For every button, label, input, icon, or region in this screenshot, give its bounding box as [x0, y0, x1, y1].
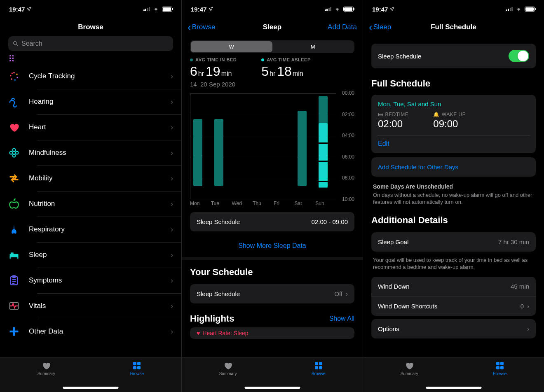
- bedtime-value: 02:00: [378, 118, 408, 130]
- nutrition-row[interactable]: Nutrition ›: [0, 191, 181, 217]
- dot-icon: [261, 58, 264, 61]
- screen-sleep: 19:47 ‹Browse Sleep Add Data W M AVG TIM…: [181, 0, 363, 392]
- symptoms-icon: [8, 275, 29, 286]
- chevron-right-icon: ›: [171, 149, 173, 157]
- respiratory-row[interactable]: Respiratory ›: [0, 217, 181, 242]
- date-range: 14–20 Sep 2020: [182, 80, 363, 92]
- chevron-right-icon: ›: [171, 251, 173, 259]
- home-indicator[interactable]: [244, 387, 300, 389]
- battery-icon: [343, 7, 354, 12]
- symptoms-row[interactable]: Symptoms ›: [0, 268, 181, 293]
- sleep-row[interactable]: Sleep ›: [0, 242, 181, 268]
- tab-summary[interactable]: Summary: [219, 361, 237, 376]
- page-title: Browse: [0, 23, 181, 31]
- tab-browse[interactable]: Browse: [493, 361, 506, 376]
- cycle-tracking-row[interactable]: Cycle Tracking ›: [0, 63, 181, 89]
- highlights-title: Highlights: [190, 313, 234, 324]
- svg-point-6: [12, 72, 13, 74]
- home-indicator[interactable]: [63, 387, 119, 389]
- chevron-left-icon: ‹: [188, 22, 191, 33]
- show-all-link[interactable]: Show All: [329, 315, 354, 322]
- full-schedule-title: Full Schedule: [363, 72, 544, 92]
- screen-full-schedule: 19:47 ‹Sleep Full Schedule Sleep Schedul…: [363, 0, 544, 392]
- search-icon: [12, 40, 19, 47]
- svg-point-4: [11, 78, 12, 80]
- time-span-segmented[interactable]: W M: [190, 40, 354, 53]
- additional-details-title: Additional Details: [363, 208, 544, 229]
- screen-browse: 19:47 Browse Search ⠿ Cycle Tracking: [0, 0, 181, 392]
- mobility-icon: [8, 173, 29, 184]
- sleep-schedule-toggle[interactable]: [509, 50, 529, 62]
- chevron-right-icon: ›: [346, 290, 348, 297]
- svg-point-11: [16, 152, 19, 154]
- browse-list: Cycle Tracking › Hearing › Heart ›: [0, 63, 181, 344]
- list-item-partial[interactable]: ⠿: [0, 55, 181, 63]
- sleep-goal-row[interactable]: Sleep Goal7 hr 30 min: [371, 232, 536, 252]
- segment-week[interactable]: W: [191, 41, 272, 52]
- tab-bar: Summary Browse: [182, 357, 363, 392]
- schedule-card[interactable]: Mon, Tue, Sat and Sun 🛏BEDTIME 02:00 🔔WA…: [371, 95, 536, 153]
- wifi-icon: [152, 7, 159, 12]
- schedule-row[interactable]: Sleep Schedule Off›: [190, 284, 354, 303]
- tab-browse[interactable]: Browse: [312, 361, 325, 376]
- sleep-icon: [8, 249, 29, 261]
- back-button[interactable]: ‹Browse: [188, 22, 215, 33]
- back-button[interactable]: ‹Sleep: [369, 22, 391, 33]
- bell-icon: 🔔: [433, 112, 440, 117]
- segment-month[interactable]: M: [272, 41, 354, 52]
- hearing-row[interactable]: Hearing ›: [0, 89, 181, 114]
- add-data-button[interactable]: Add Data: [328, 23, 357, 31]
- wind-down-row[interactable]: Wind Down45 min: [371, 277, 536, 296]
- heart-row[interactable]: Heart ›: [0, 114, 181, 140]
- mindfulness-row[interactable]: Mindfulness ›: [0, 140, 181, 166]
- tab-summary[interactable]: Summary: [38, 361, 55, 376]
- battery-icon: [162, 7, 172, 12]
- status-time: 19:47: [9, 6, 25, 13]
- wind-down-shortcuts-row[interactable]: Wind Down Shortcuts 0›: [371, 296, 536, 316]
- add-schedule-button[interactable]: Add Schedule for Other Days: [371, 157, 536, 177]
- chevron-right-icon: ›: [171, 302, 173, 310]
- search-input[interactable]: Search: [8, 36, 173, 51]
- chevron-right-icon: ›: [171, 276, 173, 285]
- svg-rect-24: [133, 362, 136, 365]
- vitals-row[interactable]: Vitals ›: [0, 293, 181, 319]
- svg-rect-27: [137, 366, 141, 369]
- hearing-icon: [8, 96, 29, 107]
- svg-point-3: [14, 79, 16, 81]
- location-icon: [389, 7, 394, 12]
- mobility-row[interactable]: Mobility ›: [0, 166, 181, 191]
- status-icons: [143, 7, 173, 12]
- heart-tab-icon: [41, 361, 52, 371]
- location-icon: [208, 7, 213, 12]
- tab-summary[interactable]: Summary: [401, 361, 418, 376]
- svg-rect-13: [10, 257, 11, 259]
- sleep-chart[interactable]: 00:0002:0004:0006:0008:0010:00 MonTueWed…: [190, 93, 354, 209]
- wifi-icon: [334, 7, 341, 12]
- edit-link[interactable]: Edit: [378, 140, 529, 147]
- unscheduled-text: On days without a schedule, no wake-up a…: [363, 190, 544, 208]
- other-data-row[interactable]: Other Data ›: [0, 319, 181, 344]
- options-row[interactable]: Options›: [371, 319, 536, 338]
- vitals-icon: [8, 300, 29, 312]
- chevron-right-icon: ›: [171, 200, 173, 208]
- signal-icon: [506, 7, 513, 11]
- svg-rect-15: [11, 252, 14, 254]
- highlight-card[interactable]: ♥Heart Rate: Sleep: [190, 327, 354, 339]
- svg-rect-34: [496, 366, 499, 369]
- x-axis-labels: MonTueWedThuFriSatSun: [190, 201, 336, 209]
- svg-rect-23: [10, 331, 19, 333]
- tab-bar: Summary Browse: [363, 357, 544, 392]
- svg-rect-31: [319, 366, 322, 369]
- mindfulness-icon: [8, 147, 29, 159]
- sleep-schedule-summary[interactable]: Sleep Schedule 02:00 - 09:00: [190, 212, 354, 231]
- cycle-tracking-icon: [8, 70, 29, 82]
- heart-icon: [8, 121, 29, 133]
- chevron-right-icon: ›: [527, 325, 529, 332]
- chevron-right-icon: ›: [171, 327, 173, 336]
- svg-rect-12: [10, 254, 19, 257]
- home-indicator[interactable]: [426, 387, 481, 389]
- heart-tab-icon: [404, 361, 415, 371]
- tab-browse[interactable]: Browse: [130, 361, 144, 376]
- show-more-link[interactable]: Show More Sleep Data: [182, 235, 363, 257]
- status-bar: 19:47: [363, 0, 544, 18]
